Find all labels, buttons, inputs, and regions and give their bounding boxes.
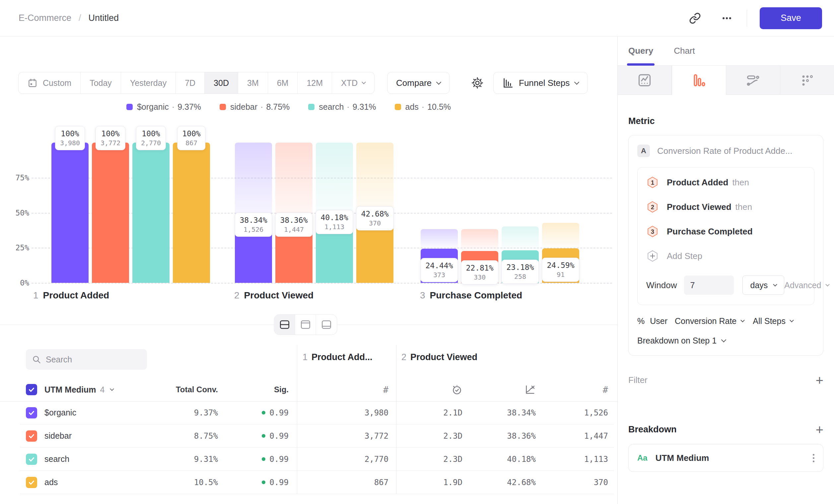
copy-link-button[interactable] [688, 11, 702, 25]
layout-split-button[interactable] [275, 315, 295, 335]
step2-rate: 38.34% [462, 408, 536, 417]
sig-header[interactable]: Sig. [218, 385, 297, 394]
breadcrumb-project[interactable]: E-Commerce [19, 13, 71, 23]
save-button[interactable]: Save [760, 7, 822, 29]
row-checkbox[interactable] [26, 454, 37, 465]
step2-time: 2.1D [396, 408, 462, 417]
funnel-bar[interactable] [92, 143, 129, 283]
breakdown-on-label: Breakdown on Step 1 [637, 336, 717, 345]
kebab-menu-icon[interactable] [813, 454, 814, 462]
funnels-report-tab[interactable] [672, 66, 726, 95]
step1-count: 867 [297, 478, 396, 487]
funnel-bar[interactable] [173, 143, 210, 283]
table-group-header-step2[interactable]: 2Product Viewed [401, 352, 477, 362]
avg-time-icon [452, 384, 462, 395]
funnel-bar-remainder [502, 227, 539, 250]
table-body: $organic 9.37% 0.99 3,980 2.1D 38.34% 1,… [20, 401, 614, 494]
funnel-bar[interactable] [132, 143, 170, 283]
step2-rate-column-header[interactable] [462, 384, 536, 395]
breakdown-column-header[interactable]: UTM Medium 4 [26, 384, 160, 395]
breakdown-section: Breakdown + [628, 425, 824, 435]
retention-report-tab[interactable] [780, 66, 834, 95]
advanced-dropdown[interactable]: Advanced [784, 280, 829, 290]
layout-chart-button[interactable] [295, 315, 316, 335]
breakdown-property-name: UTM Medium [656, 453, 709, 463]
chevron-down-icon [741, 318, 745, 322]
insights-report-tab[interactable] [618, 66, 672, 95]
flows-report-tab[interactable] [726, 66, 780, 95]
add-breakdown-button[interactable]: + [816, 425, 824, 435]
total-conv-value: 8.75% [160, 431, 218, 441]
check-icon [28, 386, 35, 393]
search-input[interactable] [46, 355, 139, 364]
funnel-bar[interactable] [356, 223, 393, 283]
layout-table-button[interactable] [316, 315, 337, 335]
total-conv-value: 9.37% [160, 408, 218, 417]
chevron-down-icon [826, 282, 830, 287]
funnel-bar[interactable] [316, 227, 353, 283]
window-unit-dropdown[interactable]: days [742, 276, 784, 295]
flows-icon [746, 73, 760, 88]
funnel-step-1[interactable]: 1 Product Added then [646, 176, 806, 189]
select-all-checkbox[interactable] [26, 384, 37, 395]
chevron-down-icon [773, 282, 777, 287]
add-filter-button[interactable]: + [816, 375, 824, 385]
total-conv-header[interactable]: Total Conv. [160, 385, 218, 394]
step1-count-column-header[interactable]: # [297, 385, 396, 395]
table-group-header-step1[interactable]: 1Product Add... [303, 352, 373, 362]
row-checkbox[interactable] [26, 407, 37, 418]
row-checkbox[interactable] [26, 477, 37, 488]
bar-value-label: 100%867 [177, 126, 205, 150]
tab-chart[interactable]: Chart [674, 37, 695, 65]
split-layout-icon [279, 320, 290, 329]
funnel-step-axis-label: 3Purchase Completed [420, 290, 522, 301]
main-content: Custom Today Yesterday 7D 30D 3M 6M 12M … [0, 37, 617, 504]
svg-text:3: 3 [651, 228, 654, 235]
step-event-name: Purchase Completed [667, 227, 753, 237]
funnel-bar[interactable] [235, 229, 272, 283]
add-step-icon [646, 250, 659, 262]
step2-count: 1,113 [536, 455, 608, 464]
table-header-row: UTM Medium 4 Total Conv. Sig. # # [20, 378, 614, 401]
measurement-dropdown[interactable]: Conversion Rate [675, 316, 744, 326]
window-value-input[interactable] [684, 276, 734, 295]
table-row[interactable]: ads 10.5% 0.99 867 1.9D 42.68% 370 [20, 471, 614, 494]
funnel-bar[interactable] [51, 143, 89, 283]
table-row[interactable]: $organic 9.37% 0.99 3,980 2.1D 38.34% 1,… [20, 401, 614, 425]
sig-value: 0.99 [269, 408, 289, 417]
counting-entity[interactable]: User [650, 316, 667, 326]
segment-name: search [44, 454, 69, 464]
funnel-step-3[interactable]: 3 Purchase Completed [646, 225, 806, 238]
measurement-row: % User Conversion Rate All Steps [637, 316, 814, 326]
funnel-bar-remainder [421, 229, 458, 249]
table-search[interactable] [26, 349, 147, 370]
breadcrumb-report-title[interactable]: Untitled [89, 13, 119, 23]
step2-time-column-header[interactable] [396, 384, 462, 395]
step2-count: 370 [536, 478, 608, 487]
tab-query[interactable]: Query [628, 37, 653, 65]
step1-count: 3,772 [297, 431, 396, 441]
table-row[interactable]: search 9.31% 0.99 2,770 2.3D 40.18% 1,11… [20, 448, 614, 471]
search-icon [32, 355, 41, 364]
hash-icon: # [603, 385, 608, 395]
steps-scope-dropdown[interactable]: All Steps [753, 316, 793, 326]
step2-count-column-header[interactable]: # [536, 385, 608, 395]
step2-rate: 42.68% [462, 478, 536, 487]
insights-icon [637, 73, 652, 88]
more-actions-button[interactable] [720, 11, 734, 25]
table-row[interactable]: sidebar 8.75% 0.99 3,772 2.3D 38.36% 1,4… [20, 425, 614, 448]
tab-label: Query [628, 46, 653, 56]
step-number-badge: 1 [646, 176, 659, 189]
add-step-button[interactable]: Add Step [646, 250, 806, 262]
step-name: Product Viewed [244, 290, 314, 300]
metric-label-row[interactable]: A Conversion Rate of Product Adde... [637, 144, 814, 157]
chevron-down-icon [790, 318, 794, 322]
segment-name: $organic [44, 408, 76, 417]
sig-dot [262, 411, 265, 414]
breakdown-property-card[interactable]: Aa UTM Medium [628, 444, 824, 472]
row-checkbox[interactable] [26, 430, 37, 442]
funnel-bar[interactable] [275, 229, 312, 283]
breakdown-on-step-dropdown[interactable]: Breakdown on Step 1 [637, 336, 814, 345]
step-number: 3 [420, 290, 425, 300]
funnel-step-2[interactable]: 2 Product Viewed then [646, 201, 806, 213]
